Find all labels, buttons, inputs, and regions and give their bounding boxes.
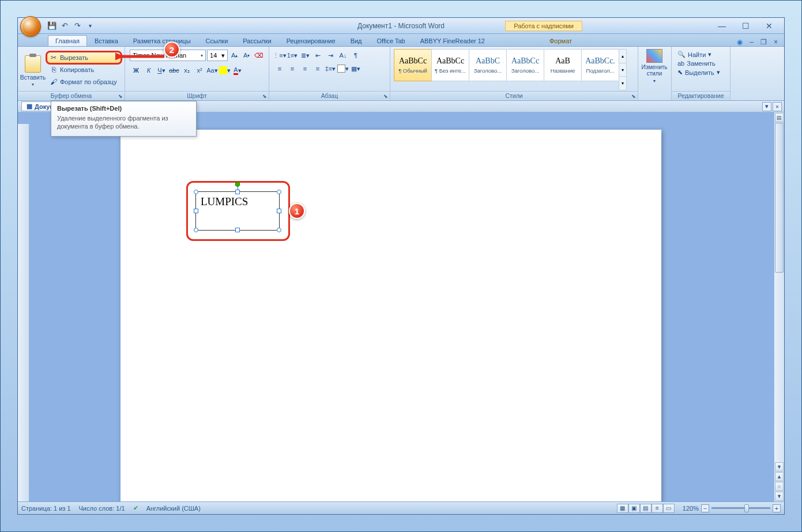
grow-font-button[interactable]: A▴: [229, 50, 240, 61]
status-words[interactable]: Число слов: 1/1: [79, 505, 125, 512]
copy-button[interactable]: ⎘ Копировать: [47, 64, 121, 76]
save-icon[interactable]: 💾: [47, 21, 57, 31]
replace-button[interactable]: ab Заменить: [676, 59, 725, 67]
decrease-indent-button[interactable]: ⇤: [311, 50, 324, 61]
font-color-button[interactable]: A▾: [231, 65, 244, 76]
clear-formatting-button[interactable]: ⌫: [253, 50, 264, 61]
next-page-icon[interactable]: ▼: [775, 492, 784, 501]
superscript-button[interactable]: x²: [193, 65, 206, 76]
italic-button[interactable]: К: [142, 65, 155, 76]
style-item-0[interactable]: AaBbCc¶ Обычный: [394, 49, 432, 81]
paste-button[interactable]: Вставить ▾: [20, 48, 46, 92]
resize-handle-ne[interactable]: [277, 190, 281, 194]
maximize-button[interactable]: ☐: [737, 20, 754, 32]
browse-object-icon[interactable]: ○: [775, 482, 784, 491]
shading-button[interactable]: ▾: [337, 63, 349, 74]
style-item-3[interactable]: AaBbCcЗаголово...: [506, 49, 544, 81]
document-page[interactable]: LUMPICS 1: [121, 130, 661, 501]
style-item-4[interactable]: AaBНазвание: [544, 49, 582, 81]
tab-close-button[interactable]: ×: [773, 102, 782, 111]
sort-button[interactable]: A↓: [337, 50, 349, 61]
change-styles-button[interactable]: Изменить стили ▾: [641, 48, 668, 85]
align-left-button[interactable]: ≡: [273, 63, 286, 74]
font-size-combo[interactable]: 14 ▾: [207, 50, 228, 61]
status-language[interactable]: Английский (США): [146, 505, 201, 512]
web-layout-view-button[interactable]: ▤: [640, 504, 652, 513]
tab-format[interactable]: Формат: [542, 35, 579, 46]
gallery-down-icon[interactable]: ▾: [619, 63, 626, 77]
resize-handle-nw[interactable]: [194, 190, 198, 194]
justify-button[interactable]: ≡: [311, 63, 324, 74]
minimize-button[interactable]: —: [713, 20, 731, 32]
borders-button[interactable]: ▦▾: [349, 63, 362, 74]
office-button[interactable]: [20, 16, 41, 37]
mdi-restore-icon[interactable]: ❐: [759, 38, 769, 46]
multilevel-list-button[interactable]: ≣▾: [299, 50, 311, 61]
clipboard-dialog-launcher[interactable]: ⬊: [117, 93, 123, 99]
mdi-minimize-icon[interactable]: –: [748, 38, 755, 46]
zoom-slider[interactable]: [711, 507, 770, 509]
mdi-close-icon[interactable]: ×: [772, 38, 780, 46]
line-spacing-button[interactable]: ‡≡▾: [324, 63, 337, 74]
zoom-thumb[interactable]: [744, 504, 749, 512]
tab-insert[interactable]: Вставка: [87, 35, 126, 46]
find-button[interactable]: 🔍 Найти▾: [676, 50, 725, 59]
styles-dialog-launcher[interactable]: ⬊: [630, 93, 637, 99]
style-item-1[interactable]: AaBbCc¶ Без инте...: [431, 49, 469, 81]
resize-handle-sw[interactable]: [194, 228, 198, 232]
print-layout-view-button[interactable]: ▦: [617, 504, 628, 513]
qat-dropdown-icon[interactable]: ▾: [85, 21, 95, 31]
strikethrough-button[interactable]: abc: [168, 65, 180, 76]
gallery-up-icon[interactable]: ▴: [619, 50, 626, 63]
format-painter-button[interactable]: 🖌 Формат по образцу: [47, 76, 121, 88]
zoom-value[interactable]: 120%: [683, 505, 699, 512]
close-button[interactable]: ✕: [761, 20, 777, 32]
cut-button[interactable]: ✂ Вырезать: [47, 52, 121, 63]
status-page[interactable]: Страница: 1 из 1: [21, 505, 71, 512]
outline-view-button[interactable]: ≡: [652, 504, 663, 513]
resize-handle-se[interactable]: [277, 228, 281, 232]
bullets-button[interactable]: ⋮≡▾: [273, 50, 286, 61]
scroll-down-icon[interactable]: ▼: [775, 462, 784, 471]
tab-mailings[interactable]: Рассылки: [235, 35, 278, 46]
resize-handle-e[interactable]: [277, 209, 281, 213]
text-box-content[interactable]: LUMPICS: [196, 192, 279, 212]
paragraph-dialog-launcher[interactable]: ⬊: [382, 93, 389, 99]
change-case-button[interactable]: Aa▾: [206, 65, 219, 76]
zoom-out-button[interactable]: −: [701, 504, 709, 512]
resize-handle-s[interactable]: [235, 228, 240, 232]
tab-page-layout[interactable]: Разметка страницы: [126, 35, 198, 46]
rotation-handle[interactable]: [235, 182, 240, 187]
redo-icon[interactable]: ↷: [72, 21, 82, 31]
shrink-font-button[interactable]: A▾: [241, 50, 252, 61]
resize-handle-w[interactable]: [194, 209, 198, 213]
numbering-button[interactable]: 1≡▾: [286, 50, 299, 61]
tab-review[interactable]: Рецензирование: [279, 35, 343, 46]
show-marks-button[interactable]: ¶: [349, 50, 362, 61]
tab-home[interactable]: Главная: [48, 35, 87, 46]
select-button[interactable]: ⬉ Выделить▾: [676, 68, 725, 77]
tab-abbyy[interactable]: ABBYY FineReader 12: [413, 35, 492, 46]
subscript-button[interactable]: x₂: [180, 65, 193, 76]
align-center-button[interactable]: ≡: [286, 63, 299, 74]
vertical-scrollbar[interactable]: ▤ ▲ ▼ ▲ ○ ▼: [774, 112, 784, 501]
ruler-toggle-icon[interactable]: ▤: [775, 113, 784, 122]
style-item-5[interactable]: AaBbCc.Подзагол...: [581, 49, 619, 81]
bold-button[interactable]: Ж: [130, 65, 142, 76]
gallery-more-icon[interactable]: ▾: [619, 76, 626, 90]
increase-indent-button[interactable]: ⇥: [324, 50, 337, 61]
underline-button[interactable]: Ч▾: [155, 65, 168, 76]
help-icon[interactable]: ◉: [735, 38, 744, 46]
align-right-button[interactable]: ≡: [299, 63, 311, 74]
resize-handle-n[interactable]: [235, 190, 240, 194]
full-screen-view-button[interactable]: ▣: [628, 504, 640, 513]
scroll-thumb[interactable]: [775, 123, 784, 273]
vertical-ruler[interactable]: [18, 124, 29, 501]
text-box[interactable]: LUMPICS: [195, 191, 280, 231]
tab-office-tab[interactable]: Office Tab: [370, 35, 413, 46]
style-item-2[interactable]: AaBbCЗаголово...: [469, 49, 507, 81]
tab-references[interactable]: Ссылки: [198, 35, 236, 46]
undo-icon[interactable]: ↶: [59, 21, 70, 31]
tab-dropdown-button[interactable]: ▾: [762, 102, 771, 111]
proofing-icon[interactable]: ✔: [133, 504, 138, 512]
